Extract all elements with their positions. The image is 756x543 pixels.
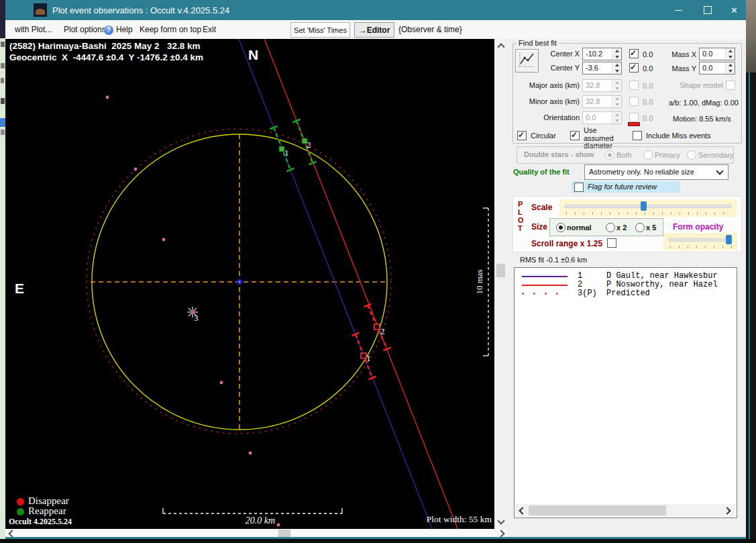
plot-canvas[interactable]: 10 mas (2582) Harimaya-Bashi 2025 May 2 … <box>5 39 494 529</box>
center-y-label: Center Y <box>534 64 580 72</box>
scroll-range-label: Scroll range x 1.25 <box>531 239 602 248</box>
horizontal-scroll-thumb[interactable] <box>278 530 290 537</box>
size-normal-radio[interactable] <box>556 223 565 232</box>
desktop-wallpaper-corner <box>746 0 756 72</box>
menu-exit[interactable]: Exit <box>203 25 216 34</box>
predicted-dots-swatch <box>522 293 568 295</box>
shape-model-label: Shape model <box>676 81 723 89</box>
observations-listbox[interactable]: 1 D Gault, near Hawkesbur 2 P Nosworthy,… <box>514 267 737 518</box>
orientation-stepper: 0.0 <box>582 111 622 124</box>
center-x-fixed-value: 0.0 <box>643 50 653 58</box>
center-x-stepper[interactable]: -10.2 <box>582 48 622 60</box>
minimize-button[interactable] <box>663 0 693 20</box>
opacity-slider-ticks <box>670 246 732 248</box>
scroll-up-icon[interactable] <box>497 43 504 50</box>
plot-vertical-scrollbar[interactable] <box>495 39 506 529</box>
chord2-track <box>264 39 458 529</box>
close-icon: ✕ <box>731 6 738 15</box>
set-miss-times-button[interactable]: Set 'Miss' Times <box>290 22 350 38</box>
scale-slider[interactable] <box>559 199 737 217</box>
window-bottom-border <box>5 537 746 539</box>
center-y-fixed-value: 0.0 <box>643 64 653 72</box>
rms-fit-label: RMS fit -0.1 ±0.6 km <box>520 256 587 264</box>
combo-dropdown-icon[interactable] <box>716 167 723 175</box>
plot-header-line1: (2582) Harimaya-Bashi 2025 May 2 32.8 km <box>9 41 200 51</box>
scroll-left-icon[interactable] <box>519 507 526 514</box>
occultation-plot-graphics: 10 mas <box>5 39 494 529</box>
maximize-button[interactable] <box>693 0 722 20</box>
orientation-fixed-value: 0.0 <box>643 114 653 122</box>
scroll-right-icon[interactable] <box>497 530 504 537</box>
stepper-arrows-icon[interactable] <box>612 62 621 74</box>
listbox-scroll-thumb[interactable] <box>529 505 666 515</box>
maximize-icon <box>704 6 712 14</box>
major-axis-label: Major axis (km) <box>526 81 580 89</box>
scale-slider-thumb[interactable] <box>641 201 647 211</box>
observation-number: 2 <box>578 280 582 289</box>
opacity-slider-track[interactable] <box>669 238 732 242</box>
observation-number: 1 <box>578 271 582 281</box>
scroll-right-icon[interactable] <box>723 507 731 514</box>
quality-combobox[interactable]: Astrometry only. No reliable size <box>584 164 728 180</box>
app-icon <box>34 3 47 17</box>
menu-keep-on-top[interactable]: Keep form on top <box>140 25 201 34</box>
shape-model-checkbox <box>726 81 735 90</box>
reappear-dot <box>17 508 24 515</box>
chord1-reappear-label: 1 <box>366 353 371 364</box>
double-both-label: Both <box>616 151 632 159</box>
mass-y-stepper[interactable]: 0.0 <box>699 62 735 75</box>
menu-help[interactable]: Help <box>116 25 133 34</box>
include-miss-label: Include Miss events <box>646 132 711 140</box>
vertical-scroll-thumb[interactable] <box>496 264 505 277</box>
circular-checkbox[interactable] <box>517 131 527 140</box>
include-miss-checkbox[interactable] <box>633 131 642 140</box>
flag-review-label: Flag for future review <box>588 183 657 191</box>
chord1-disappear-label: 1 <box>284 148 289 158</box>
find-best-fit-label: Find best fit <box>517 39 559 47</box>
disappear-marker-chord1 <box>270 126 294 171</box>
center-x-fix-checkbox[interactable] <box>629 49 639 58</box>
use-assumed-checkbox[interactable] <box>570 131 580 140</box>
title-bar[interactable]: Plot event observations : Occult v.4.202… <box>5 0 746 20</box>
listbox-horizontal-scrollbar[interactable] <box>515 504 735 517</box>
size-x5-label: x 5 <box>646 224 656 232</box>
minor-axis-stepper: 32.8 <box>582 95 622 108</box>
scale-label: Scale <box>531 203 552 212</box>
control-panel: Find best fit Center X -10.2 0.0 Mass X … <box>507 39 746 537</box>
chord2-reappear-label: 2 <box>380 326 385 337</box>
stepper-arrows-icon[interactable] <box>725 62 735 74</box>
size-x2-radio[interactable] <box>606 223 615 232</box>
help-icon: ? <box>104 26 113 35</box>
center-y-fix-checkbox[interactable] <box>629 63 639 72</box>
window-title: Plot event observations : Occult v.4.202… <box>52 5 229 15</box>
graph-icon <box>517 50 536 70</box>
scale-slider-track[interactable] <box>565 205 731 208</box>
scroll-range-checkbox[interactable] <box>607 238 616 248</box>
flag-review-checkbox[interactable] <box>574 183 584 192</box>
double-primary-label: Primary <box>655 151 680 159</box>
north-label: N <box>248 47 258 63</box>
close-button[interactable]: ✕ <box>722 0 746 20</box>
stepper-arrows-icon[interactable] <box>612 48 621 60</box>
menu-with-plot[interactable]: with Plot... <box>15 25 52 34</box>
observation-desc: Predicted <box>606 289 650 298</box>
stepper-arrows-icon[interactable] <box>725 48 735 60</box>
circular-label: Circular <box>531 132 556 140</box>
occult-plot-window: Plot event observations : Occult v.4.202… <box>5 0 746 539</box>
minor-axis-label: Minor axis (km) <box>526 97 580 105</box>
km-scale-bar <box>163 508 342 513</box>
center-y-stepper[interactable]: -3.6 <box>582 62 622 75</box>
disappear-marker-chord2 <box>292 119 316 164</box>
editor-button[interactable]: →Editor <box>354 22 394 38</box>
size-x5-radio[interactable] <box>635 223 645 232</box>
scroll-left-icon[interactable] <box>8 530 15 537</box>
reappear-marker-chord1 <box>352 333 376 379</box>
form-opacity-slider[interactable] <box>663 233 737 250</box>
quality-label: Quality of the fit <box>513 168 570 176</box>
opacity-slider-thumb[interactable] <box>726 235 732 244</box>
double-stars-group: Double stars - show Both Primary Seconda… <box>517 146 734 164</box>
version-label: Occult 4.2025.5.24 <box>9 517 72 527</box>
mass-x-stepper[interactable]: 0.0 <box>699 48 735 60</box>
plot-letter-t: T <box>518 224 523 232</box>
scroll-down-icon[interactable] <box>497 517 504 524</box>
